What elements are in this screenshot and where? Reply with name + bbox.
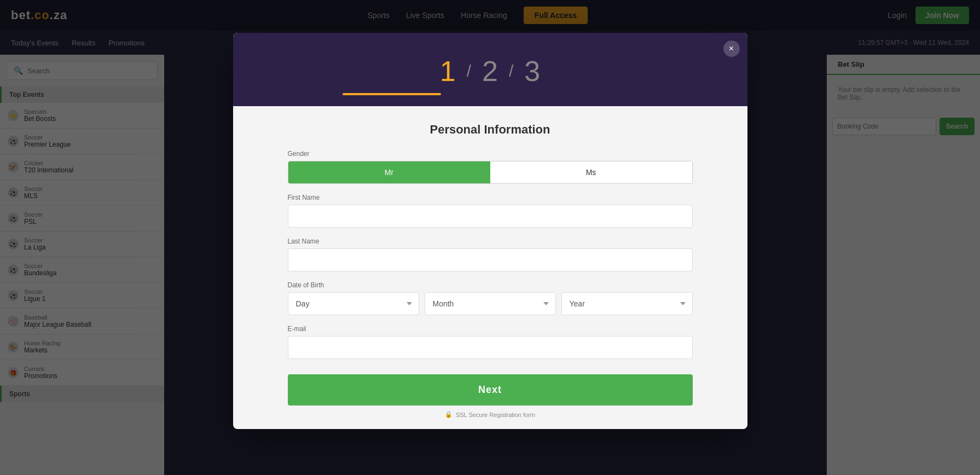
step-1-number: 1 (440, 55, 456, 88)
mr-button[interactable]: Mr (288, 161, 490, 183)
first-name-label: First Name (288, 194, 693, 201)
dob-row: Day Month Year (288, 292, 693, 315)
dob-month-select[interactable]: Month (425, 292, 556, 315)
modal-overlay: × 1 / 2 / 3 Personal Information Gender … (0, 0, 980, 475)
step-bar-2 (441, 93, 540, 95)
email-group: E-mail (288, 325, 693, 359)
gender-group: Gender Mr Ms (288, 150, 693, 184)
last-name-label: Last Name (288, 238, 693, 245)
first-name-group: First Name (288, 194, 693, 228)
last-name-group: Last Name (288, 238, 693, 271)
step-bar-3 (540, 93, 638, 95)
dob-label: Date of Birth (288, 281, 693, 289)
dob-year-select[interactable]: Year (561, 292, 693, 315)
ms-button[interactable]: Ms (490, 161, 692, 183)
gender-label: Gender (288, 150, 693, 158)
next-button[interactable]: Next (288, 374, 693, 406)
gender-toggle: Mr Ms (288, 161, 693, 184)
step-3-number: 3 (524, 55, 540, 88)
email-input[interactable] (288, 336, 693, 359)
ssl-notice: 🔒 SSL Secure Registration form (288, 411, 693, 418)
form-title: Personal Information (288, 123, 693, 137)
email-label: E-mail (288, 325, 693, 333)
modal-header: × 1 / 2 / 3 (233, 33, 747, 106)
dob-group: Date of Birth Day Month Year (288, 281, 693, 315)
ssl-text: SSL Secure Registration form (456, 412, 535, 418)
step-bar-1 (343, 93, 441, 95)
first-name-input[interactable] (288, 205, 693, 228)
dob-day-select[interactable]: Day (288, 292, 419, 315)
step-indicators: 1 / 2 / 3 (244, 55, 737, 88)
step-sep-2: / (509, 62, 513, 80)
registration-modal: × 1 / 2 / 3 Personal Information Gender … (233, 33, 747, 429)
step-underline (244, 93, 737, 95)
lock-icon: 🔒 (445, 411, 453, 418)
step-2-number: 2 (482, 55, 498, 88)
step-sep-1: / (467, 62, 471, 80)
modal-close-button[interactable]: × (723, 40, 740, 57)
modal-form: Personal Information Gender Mr Ms First … (233, 106, 747, 429)
last-name-input[interactable] (288, 248, 693, 271)
